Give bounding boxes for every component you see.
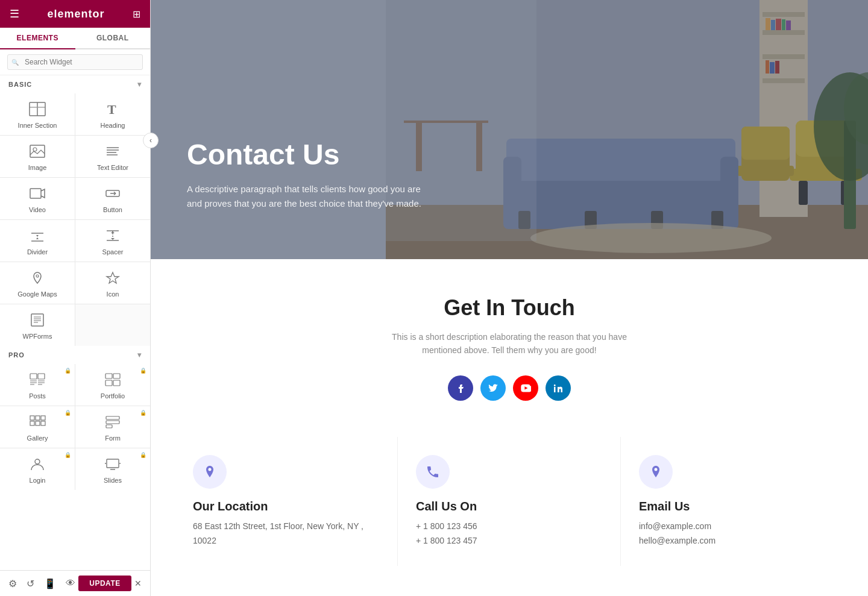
widget-wpforms[interactable]: WPForms <box>0 304 75 346</box>
svg-rect-48 <box>36 421 40 425</box>
widget-spacer[interactable]: Spacer <box>75 220 150 262</box>
settings-icon[interactable]: ⚙ <box>8 578 17 589</box>
history-icon[interactable]: ↺ <box>27 578 34 589</box>
contact-card-phone: Call Us On + 1 800 123 456+ 1 800 123 45… <box>398 437 621 566</box>
image-icon <box>29 144 46 161</box>
sidebar-header: ☰ elementor ⊞ <box>0 0 150 28</box>
widget-button[interactable]: Button <box>75 178 150 219</box>
collapse-sidebar-arrow[interactable]: ‹ <box>143 133 159 148</box>
widget-google-maps[interactable]: Google Maps <box>0 262 75 304</box>
search-input[interactable] <box>7 54 143 70</box>
basic-section-header[interactable]: BASIC ▾ <box>0 75 150 93</box>
tab-global[interactable]: GLOBAL <box>75 28 151 48</box>
twitter-button[interactable] <box>480 375 506 401</box>
linkedin-button[interactable] <box>546 375 571 401</box>
widget-inner-section[interactable]: Inner Section <box>0 93 75 135</box>
get-in-touch-title: Get In Touch <box>175 295 844 321</box>
widget-form[interactable]: 🔒 Form <box>75 406 150 448</box>
portfolio-icon <box>104 372 121 389</box>
get-in-touch-section: Get In Touch This is a short description… <box>151 259 868 425</box>
login-icon <box>29 457 46 474</box>
posts-lock-icon: 🔒 <box>64 368 71 374</box>
heading-icon: T <box>104 102 121 119</box>
video-label: Video <box>29 206 46 213</box>
svg-rect-49 <box>41 421 45 425</box>
eye-icon[interactable]: 👁 <box>66 578 75 589</box>
svg-rect-32 <box>30 374 37 379</box>
email-icon-wrap <box>639 455 673 489</box>
location-text: 68 East 12th Street, 1st Floor, New York… <box>193 519 379 548</box>
slides-lock-icon: 🔒 <box>140 452 146 458</box>
hamburger-icon[interactable]: ☰ <box>10 7 19 20</box>
hero-overlay <box>151 0 868 259</box>
location-title: Our Location <box>193 500 379 513</box>
widget-image[interactable]: Image <box>0 136 75 177</box>
icon-label: Icon <box>107 290 119 298</box>
close-icon[interactable]: ✕ <box>134 579 142 588</box>
main-content: Contact Us A descriptive paragraph that … <box>151 0 868 596</box>
gallery-icon <box>29 415 46 431</box>
basic-widgets-grid: Inner Section T Heading <box>0 93 150 346</box>
email-title: Email Us <box>639 500 826 513</box>
svg-point-98 <box>209 468 212 471</box>
svg-rect-43 <box>113 380 120 386</box>
inner-section-label: Inner Section <box>18 122 57 129</box>
widget-empty <box>75 304 150 346</box>
location-icon-wrap <box>193 455 227 489</box>
email-text: info@example.comhello@example.com <box>639 519 826 548</box>
svg-rect-54 <box>107 459 119 468</box>
hero-title: Contact Us <box>187 139 428 171</box>
svg-marker-17 <box>36 235 39 237</box>
svg-point-25 <box>36 275 39 277</box>
svg-rect-52 <box>106 425 112 428</box>
image-label: Image <box>28 164 47 171</box>
get-in-touch-description: This is a short description elaborating … <box>175 330 844 357</box>
wpforms-label: WPForms <box>23 333 52 340</box>
phone-title: Call Us On <box>416 500 602 513</box>
tab-elements[interactable]: ELEMENTS <box>0 28 75 49</box>
svg-rect-51 <box>106 421 119 424</box>
posts-label: Posts <box>29 392 46 400</box>
gallery-label: Gallery <box>27 434 48 442</box>
widget-icon[interactable]: Icon <box>75 262 150 304</box>
widget-portfolio[interactable]: 🔒 Portfolio <box>75 364 150 406</box>
svg-rect-47 <box>30 421 34 425</box>
grid-icon[interactable]: ⊞ <box>133 8 140 20</box>
svg-rect-50 <box>106 416 119 419</box>
widget-login[interactable]: 🔒 Login <box>0 448 75 490</box>
facebook-button[interactable] <box>448 375 473 401</box>
video-icon <box>29 186 46 203</box>
social-icons-row <box>175 375 844 401</box>
pro-section: PRO ▾ 🔒 <box>0 346 150 490</box>
svg-marker-26 <box>107 272 119 283</box>
responsive-icon[interactable]: 📱 <box>44 578 56 589</box>
widget-text-editor[interactable]: Text Editor <box>75 136 150 177</box>
google-maps-label: Google Maps <box>17 290 57 298</box>
widget-search-area <box>0 49 150 75</box>
svg-point-6 <box>33 148 37 151</box>
basic-section-label: BASIC <box>8 81 32 88</box>
phone-icon-wrap <box>416 455 450 489</box>
svg-marker-23 <box>111 231 115 233</box>
pro-chevron-icon: ▾ <box>137 351 142 359</box>
svg-rect-41 <box>113 374 120 378</box>
contact-cards-section: Our Location 68 East 12th Street, 1st Fl… <box>151 425 868 596</box>
slides-icon <box>104 457 121 474</box>
update-button[interactable]: UPDATE <box>78 576 131 591</box>
widget-posts[interactable]: 🔒 Posts <box>0 364 75 406</box>
text-editor-icon <box>104 144 121 161</box>
svg-rect-40 <box>105 374 112 378</box>
widget-divider[interactable]: Divider <box>0 220 75 262</box>
spacer-icon <box>104 228 121 245</box>
widget-heading[interactable]: T Heading <box>75 93 150 135</box>
widget-video[interactable]: Video <box>0 178 75 219</box>
widget-slides[interactable]: 🔒 Slides <box>75 448 150 490</box>
pro-section-header[interactable]: PRO ▾ <box>0 346 150 364</box>
widget-gallery[interactable]: 🔒 Gallery <box>0 406 75 448</box>
contact-card-location: Our Location 68 East 12th Street, 1st Fl… <box>175 437 398 566</box>
youtube-button[interactable] <box>513 375 538 401</box>
button-icon <box>104 186 121 203</box>
svg-text:T: T <box>107 102 116 116</box>
posts-icon <box>29 372 46 389</box>
divider-label: Divider <box>27 248 48 256</box>
